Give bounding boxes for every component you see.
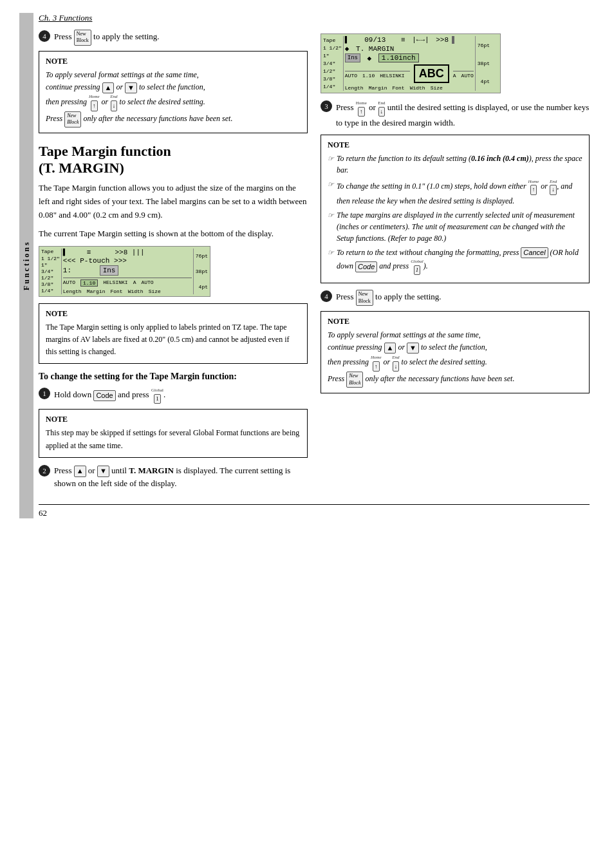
newblock-note-top[interactable]: NewBlock: [64, 111, 81, 127]
step4-right-text: Press NewBlock to apply the setting.: [336, 290, 442, 306]
right-column: Tape 1 1/2" 1" 3/4" 1/2" 3/8" 1/4" ▌ 09/: [321, 30, 590, 495]
memo-text-2: To change the setting in 0.1" (1.0 cm) s…: [337, 178, 582, 207]
code-key-note4[interactable]: Code: [355, 261, 377, 272]
home-key-step3[interactable]: Home↑: [356, 100, 367, 117]
step3-circle: 3: [321, 100, 332, 112]
note-content-5: To apply several format settings at the …: [328, 329, 582, 388]
top-two-col: 4 Press NewBlock to apply the setting. N…: [39, 30, 590, 495]
step4-right-circle: 4: [321, 290, 332, 302]
down-key-note[interactable]: ▼: [125, 82, 137, 93]
note-line-1: To apply several format settings at the …: [46, 69, 301, 81]
abc-display: ABC: [414, 64, 449, 83]
note-label-4: NOTE: [328, 140, 582, 150]
section-title-line2: (T. MARGIN): [39, 160, 124, 176]
memo-text-3: The tape margins are displayed in the cu…: [337, 209, 582, 244]
lcd-bottom-bar-1: AUTO 1.10 HELSINKI A AUTO: [63, 278, 192, 287]
note-content-top: To apply several format settings at the …: [46, 69, 301, 127]
end-key-note4[interactable]: End↓: [550, 178, 557, 195]
memo-icon-4: ☞: [328, 247, 334, 259]
note-content-3: This step may be skipped if settings for…: [46, 427, 301, 451]
lcd-content-1: ▌ ≡ >>8 ||| <<< P-touch >>> 1: Ins: [63, 249, 192, 294]
step4-suffix: to apply the setting.: [93, 32, 160, 41]
end-key-note5[interactable]: End↓: [392, 354, 399, 372]
tape-sizes-col-1: Tape 1 1/2" 1" 3/4" 1/2" 3/8" 1/4": [41, 249, 62, 294]
lcd-line2-1: <<< P-touch >>>: [63, 257, 192, 265]
size-col-1: 76pt 38pt 4pt: [193, 249, 208, 294]
up-key-step2[interactable]: ▲: [74, 466, 86, 476]
chapter-heading: Ch. 3 Functions: [39, 13, 590, 23]
global-key-note4[interactable]: Global1: [411, 258, 423, 275]
size-col-2: 76pt 38pt 4pt: [475, 36, 490, 91]
lcd-line3-1: 1: Ins: [63, 265, 192, 276]
lcd-content-2: ▌ 09/13 ≡ |←→| >>8 ◆ T. MARGIN: [345, 36, 474, 91]
global-key-1[interactable]: Global1: [151, 387, 163, 404]
home-key-note4[interactable]: Home↑: [528, 178, 539, 195]
step3-row: 3 Press Home↑ or End↓ until the desired …: [321, 100, 590, 129]
new-block-key-right[interactable]: NewBlock: [356, 290, 373, 306]
step2-text: Press ▲ or ▼ until T. MARGIN is displaye…: [54, 464, 308, 489]
memo-text-1: To return the function to its default se…: [337, 153, 582, 176]
note-label-5: NOTE: [328, 317, 582, 326]
note5-line-3: then pressing Home↑ or End↓ to select th…: [328, 354, 582, 372]
home-key-note5[interactable]: Home↑: [371, 354, 382, 372]
step4-right-row: 4 Press NewBlock to apply the setting.: [321, 290, 590, 306]
step3-text: Press Home↑ or End↓ until the desired se…: [336, 100, 590, 129]
note-box-5: NOTE To apply several format settings at…: [321, 311, 590, 393]
note-line-3: then pressing Home↑ or End↓ to select th…: [46, 93, 301, 111]
note-label-3: NOTE: [46, 415, 301, 424]
lcd-display-2: Tape 1 1/2" 1" 3/4" 1/2" 3/8" 1/4" ▌ 09/: [321, 33, 501, 93]
note-line-2: continue pressing ▲ or ▼ to select the f…: [46, 81, 301, 93]
note-box-3: NOTE This step may be skipped if setting…: [39, 409, 308, 457]
lcd-line3-2: Ins ◆ 1.10inch: [345, 53, 474, 62]
step4-top-circle: 4: [39, 30, 50, 42]
up-key-note[interactable]: ▲: [102, 82, 115, 93]
memo-icon-1: ☞: [328, 153, 334, 165]
step4-top-text: Press NewBlock to apply the setting.: [54, 30, 160, 46]
new-block-key-top[interactable]: NewBlock: [74, 30, 91, 46]
left-column-top: 4 Press NewBlock to apply the setting. N…: [39, 30, 308, 495]
code-key-1[interactable]: Code: [93, 390, 115, 401]
newblock-note5[interactable]: NewBlock: [346, 372, 363, 388]
home-key-note[interactable]: Home↑: [89, 93, 100, 111]
step1-circle: 1: [39, 388, 50, 399]
main-content: Ch. 3 Functions 4 Press NewBlock to appl…: [33, 13, 595, 518]
lcd-display-1: Tape 1 1/2" 1" 3/4" 1/2" 3/8" 1/4" ▌ ≡: [39, 246, 210, 297]
page-number: 62: [39, 508, 47, 518]
body-para1: The Tape Margin function allows you to a…: [39, 182, 308, 222]
tmargin-label: T. MARGIN: [129, 466, 174, 475]
lcd-label-bar-1: Length Margin Font Width Size: [63, 288, 192, 294]
note-content-2: The Tape Margin setting is only applied …: [46, 321, 301, 359]
lcd-bottom-bar-2b: A AUTO: [453, 71, 474, 79]
section-title: Tape Margin function (T. MARGIN): [39, 143, 308, 177]
body-para2: The current Tape Margin setting is shown…: [39, 227, 308, 241]
down-key-note5[interactable]: ▼: [407, 343, 419, 354]
change-setting-title: To change the setting for the Tape Margi…: [39, 372, 308, 382]
note-line-4: Press NewBlock only after the necessary …: [46, 111, 301, 127]
step2-row: 2 Press ▲ or ▼ until T. MARGIN is displa…: [39, 464, 308, 489]
note-memo-2: ☞ To change the setting in 0.1" (1.0 cm)…: [328, 178, 582, 207]
note5-line-4: Press NewBlock only after the necessary …: [328, 372, 582, 388]
lcd-bottom-bar-2: AUTO 1.10 HELSINKI: [345, 71, 410, 79]
step1-row: 1 Hold down Code and press Global1.: [39, 387, 308, 404]
lcd-abc-row: AUTO 1.10 HELSINKI ABC A AUTO: [345, 64, 474, 83]
memo-text-4: To return to the text without changing t…: [337, 247, 582, 276]
lcd-display-2-wrapper: Tape 1 1/2" 1" 3/4" 1/2" 3/8" 1/4" ▌ 09/: [321, 33, 590, 93]
note5-line-1: To apply several format settings at the …: [328, 329, 582, 341]
note-content-4: ☞ To return the function to its default …: [328, 153, 582, 276]
sidebar-functions-label: Functions: [19, 13, 33, 518]
note-memo-4: ☞ To return to the text without changing…: [328, 247, 582, 276]
sidebar-text: Functions: [22, 241, 32, 291]
memo-icon-2: ☞: [328, 179, 334, 191]
lcd-line2-2: ◆ T. MARGIN: [345, 44, 474, 53]
step2-circle: 2: [39, 465, 50, 476]
end-key-step3[interactable]: End↓: [378, 100, 385, 117]
up-key-note5[interactable]: ▲: [384, 343, 396, 354]
note-box-4: NOTE ☞ To return the function to its def…: [321, 135, 590, 284]
cancel-key[interactable]: Cancel: [521, 247, 548, 258]
down-key-step2[interactable]: ▼: [97, 466, 109, 476]
note-label-top: NOTE: [46, 57, 301, 66]
default-val: 0.16 inch (0.4 cm): [471, 154, 529, 163]
lcd-label-bar-2: Length Margin Font Width Size: [345, 85, 474, 91]
note5-line-2: continue pressing ▲ or ▼ to select the f…: [328, 341, 582, 354]
end-key-note[interactable]: End↓: [110, 93, 117, 111]
